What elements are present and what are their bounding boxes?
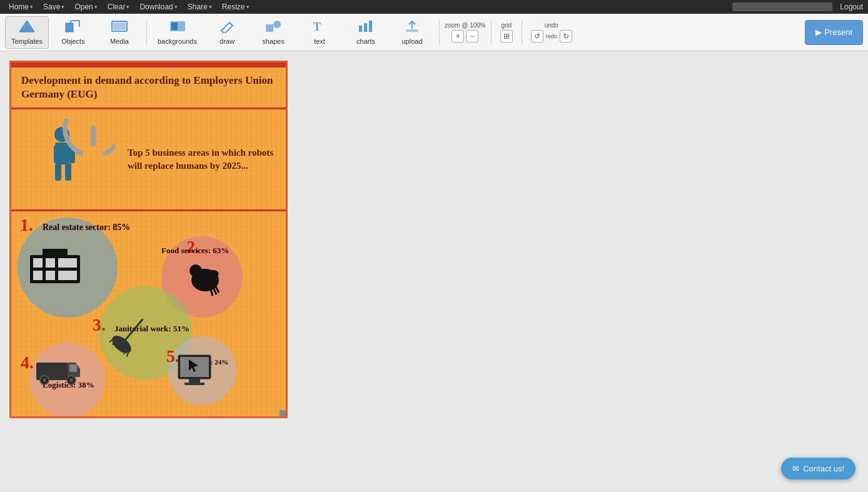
zoom-in-button[interactable]: + bbox=[452, 30, 464, 43]
email-icon: ✉ bbox=[792, 464, 799, 473]
svg-rect-21 bbox=[55, 163, 61, 181]
toolbar: Templates Objects Media bbox=[0, 14, 868, 51]
menu-download[interactable]: Download ▾ bbox=[136, 1, 181, 13]
svg-point-53 bbox=[43, 378, 46, 382]
svg-rect-13 bbox=[359, 26, 362, 32]
redo-label-text: redo bbox=[545, 30, 558, 43]
svg-rect-33 bbox=[43, 249, 68, 256]
undo-button[interactable]: ↺ bbox=[531, 30, 543, 43]
svg-rect-22 bbox=[65, 163, 71, 181]
objects-button[interactable]: Objects bbox=[51, 16, 95, 49]
toolbar-divider-4 bbox=[522, 20, 522, 45]
objects-icon bbox=[64, 19, 82, 36]
undo-redo-group: undo ↺ redo ↻ bbox=[527, 19, 576, 45]
top-menubar: Home ▾ Save ▾ Open ▾ Clear ▾ Download ▾ … bbox=[0, 0, 868, 14]
svg-rect-60 bbox=[184, 383, 204, 385]
templates-icon bbox=[18, 19, 36, 36]
menu-share[interactable]: Share ▾ bbox=[184, 1, 216, 13]
grid-button[interactable]: ⊞ bbox=[500, 30, 513, 43]
slide-title: Development in demand according to Emplo… bbox=[21, 74, 276, 101]
slide-hero: Top 5 business areas in which robots wil… bbox=[11, 109, 286, 209]
svg-rect-59 bbox=[189, 379, 200, 383]
hero-svg bbox=[28, 119, 115, 200]
zoom-out-button[interactable]: − bbox=[466, 30, 478, 43]
toolbar-divider-2 bbox=[439, 20, 440, 45]
svg-rect-51 bbox=[69, 364, 77, 372]
text-icon: T bbox=[311, 19, 328, 36]
svg-rect-30 bbox=[46, 271, 55, 280]
media-icon bbox=[111, 19, 128, 36]
svg-point-35 bbox=[189, 264, 202, 277]
play-icon: ▶ bbox=[815, 28, 822, 37]
media-button[interactable]: Media bbox=[98, 16, 141, 49]
menu-home[interactable]: Home ▾ bbox=[5, 1, 37, 13]
food-icon bbox=[180, 258, 227, 304]
items-section: 1. Real estate sector: 85% bbox=[11, 211, 286, 418]
resize-arrow-icon: ▾ bbox=[246, 4, 250, 10]
backgrounds-button[interactable]: backgrounds bbox=[152, 16, 203, 49]
slide-top-bar bbox=[11, 63, 286, 68]
menu-open[interactable]: Open ▾ bbox=[71, 1, 101, 13]
home-arrow-icon: ▾ bbox=[30, 4, 33, 10]
svg-rect-29 bbox=[33, 271, 43, 280]
svg-point-11 bbox=[273, 21, 281, 28]
item-1-number: 1. bbox=[20, 214, 33, 236]
templates-button[interactable]: Templates bbox=[5, 16, 49, 49]
svg-rect-8 bbox=[171, 23, 178, 30]
svg-rect-1 bbox=[66, 23, 73, 32]
toolbar-divider-3 bbox=[491, 20, 492, 45]
item-4-number: 4. bbox=[21, 352, 34, 373]
open-arrow-icon: ▾ bbox=[94, 4, 98, 10]
charts-icon bbox=[357, 19, 375, 36]
redo-button[interactable]: ↻ bbox=[560, 30, 572, 43]
upload-button[interactable]: upload bbox=[390, 16, 434, 49]
search-bar[interactable] bbox=[732, 3, 832, 11]
charts-button[interactable]: charts bbox=[344, 16, 388, 49]
grid-label: grid bbox=[501, 22, 512, 29]
item-2-label: Food services: 63% bbox=[161, 246, 229, 256]
text-button[interactable]: T text bbox=[298, 16, 341, 49]
grid-control[interactable]: grid ⊞ bbox=[497, 19, 517, 45]
shapes-button[interactable]: shapes bbox=[251, 16, 295, 49]
svg-rect-57 bbox=[180, 357, 209, 377]
building-icon bbox=[27, 246, 83, 292]
toolbar-divider-1 bbox=[146, 20, 147, 45]
zoom-label: zoom @ 100% bbox=[445, 22, 486, 29]
item-1-label: Real estate sector: 85% bbox=[43, 223, 130, 233]
undo-label: undo bbox=[545, 22, 558, 29]
backgrounds-icon bbox=[169, 19, 186, 36]
contact-button[interactable]: ✉ Contact us! bbox=[781, 458, 855, 479]
share-arrow-icon: ▾ bbox=[209, 4, 212, 10]
svg-rect-16 bbox=[406, 29, 418, 32]
svg-rect-32 bbox=[68, 271, 77, 280]
slide-title-area: Development in demand according to Emplo… bbox=[11, 63, 286, 108]
svg-text:T: T bbox=[313, 21, 321, 33]
svg-rect-31 bbox=[58, 271, 68, 280]
svg-rect-10 bbox=[266, 24, 273, 32]
svg-line-9 bbox=[230, 23, 233, 26]
svg-marker-0 bbox=[19, 21, 34, 32]
slide[interactable]: Development in demand according to Emplo… bbox=[9, 61, 288, 418]
menu-clear[interactable]: Clear ▾ bbox=[104, 1, 134, 13]
canvas-area[interactable]: Development in demand according to Emplo… bbox=[0, 51, 868, 492]
draw-button[interactable]: draw bbox=[205, 16, 249, 49]
computer-icon bbox=[175, 352, 216, 397]
present-button[interactable]: ▶ Present bbox=[805, 20, 863, 45]
zoom-controls: zoom @ 100% + − bbox=[445, 22, 486, 43]
menu-save[interactable]: Save ▾ bbox=[39, 1, 68, 13]
svg-point-55 bbox=[69, 378, 73, 382]
item-3-number: 3. bbox=[93, 314, 106, 336]
menu-resize[interactable]: Resize ▾ bbox=[218, 1, 253, 13]
download-arrow-icon: ▾ bbox=[174, 4, 178, 10]
truck-icon bbox=[35, 355, 85, 391]
svg-rect-25 bbox=[33, 258, 43, 268]
svg-line-40 bbox=[125, 319, 143, 340]
svg-rect-15 bbox=[369, 21, 372, 32]
logout-button[interactable]: Logout bbox=[840, 3, 863, 11]
svg-rect-14 bbox=[364, 23, 367, 32]
hero-icon-area bbox=[21, 119, 121, 200]
clear-arrow-icon: ▾ bbox=[126, 4, 129, 10]
hero-text: Top 5 business areas in which robots wil… bbox=[121, 146, 276, 173]
upload-icon bbox=[403, 19, 421, 36]
draw-icon bbox=[218, 19, 236, 36]
